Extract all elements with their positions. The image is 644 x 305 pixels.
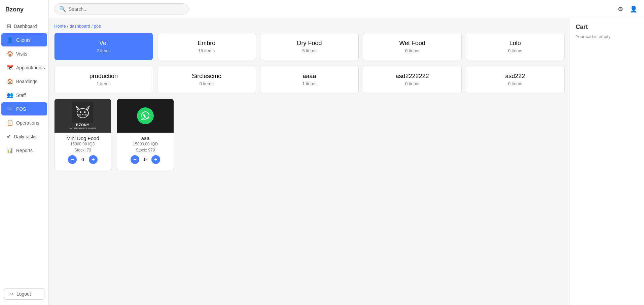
sidebar-item-operations[interactable]: 📋 Operations xyxy=(1,116,47,129)
main-area: 🔍 ⚙ 👤 Home / dashboard / pos Vet 2 item xyxy=(49,0,644,305)
user-icon-button[interactable]: 👤 xyxy=(629,4,639,14)
category-card-asd222[interactable]: asd222 0 items xyxy=(466,66,565,93)
category-card-embro[interactable]: Embro 15 items xyxy=(157,33,256,60)
sidebar-item-label: POS xyxy=(16,106,26,112)
category-items: 1 items xyxy=(61,81,146,86)
sidebar-item-boardings[interactable]: 🏠 Boardings xyxy=(1,75,47,88)
product-image-aaa xyxy=(117,99,174,133)
breadcrumb-dashboard[interactable]: dashboard xyxy=(70,24,90,29)
cart-empty-message: Your cart is empty xyxy=(576,34,639,39)
category-items: 1 items xyxy=(267,81,352,86)
daily-tasks-icon: ✔ xyxy=(7,133,11,140)
sidebar-item-staff[interactable]: 👥 Staff xyxy=(1,89,47,102)
qty-control: − 0 + xyxy=(120,155,170,167)
category-name: Embro xyxy=(164,40,249,47)
sidebar-item-daily-tasks[interactable]: ✔ Daily tasks xyxy=(1,130,47,143)
product-info-mini-dog-food: Mini Dog Food 15000.00 IQD Stock: 73 − 0… xyxy=(55,133,111,170)
product-price: 15000.00 IQD xyxy=(120,142,170,146)
category-grid-row1: Vet 2 items Embro 15 items Dry Food 5 it… xyxy=(54,33,565,60)
content-area: Home / dashboard / pos Vet 2 items Embro… xyxy=(49,18,644,305)
sidebar-item-label: Staff xyxy=(16,93,26,98)
sidebar-item-visits[interactable]: 🏠 Visits xyxy=(1,47,47,60)
appointments-icon: 📅 xyxy=(7,64,13,71)
sidebar-item-label: Operations xyxy=(16,120,39,126)
category-card-sirclescmc[interactable]: Sirclescmc 0 items xyxy=(157,66,256,93)
boardings-icon: 🏠 xyxy=(7,78,13,84)
category-card-aaaa[interactable]: aaaa 1 items xyxy=(260,66,359,93)
cart-title: Cart xyxy=(576,24,639,31)
category-name: Sirclescmc xyxy=(164,73,249,80)
search-box[interactable]: 🔍 xyxy=(54,3,189,14)
product-stock: Stock: 979 xyxy=(120,148,170,152)
category-card-production[interactable]: production 1 items xyxy=(54,66,153,93)
reports-icon: 📊 xyxy=(7,147,13,154)
product-stock: Stock: 73 xyxy=(58,148,108,152)
category-name: Dry Food xyxy=(267,40,352,47)
whatsapp-icon xyxy=(137,107,154,124)
product-price: 15000.00 IQD xyxy=(58,142,108,146)
dashboard-icon: ⊞ xyxy=(7,23,11,29)
logout-icon: ↪ xyxy=(10,291,14,297)
sidebar-item-label: Boardings xyxy=(16,79,37,84)
sidebar: Bzony ⊞ Dashboard 👤 Clients 🏠 Visits 📅 A… xyxy=(0,0,49,305)
topbar: 🔍 ⚙ 👤 xyxy=(49,0,644,18)
logout-section: ↪ Logout xyxy=(4,288,44,300)
sidebar-item-label: Dashboard xyxy=(14,24,37,29)
sidebar-item-clients[interactable]: 👤 Clients xyxy=(1,33,47,46)
category-items: 15 items xyxy=(164,48,249,53)
sidebar-item-reports[interactable]: 📊 Reports xyxy=(1,144,47,157)
category-name: asd222 xyxy=(473,73,558,80)
category-items: 2 items xyxy=(61,48,146,53)
category-items: 0 items xyxy=(473,48,558,53)
cart-panel: Cart Your cart is empty xyxy=(570,18,644,305)
sidebar-item-label: Reports xyxy=(16,148,33,153)
product-card-mini-dog-food: BZONY NO PRODUCT NAME Mini Dog Food 1500… xyxy=(54,99,111,170)
qty-value: 0 xyxy=(142,157,149,162)
sidebar-item-pos[interactable]: 🛒 POS xyxy=(1,102,47,115)
sidebar-item-label: Daily tasks xyxy=(14,134,37,139)
visits-icon: 🏠 xyxy=(7,50,13,57)
svg-point-5 xyxy=(84,111,86,113)
breadcrumb: Home / dashboard / pos xyxy=(54,24,565,29)
breadcrumb-sep1: / xyxy=(67,24,69,29)
category-items: 0 items xyxy=(164,81,249,86)
sidebar-item-dashboard[interactable]: ⊞ Dashboard xyxy=(1,20,47,33)
search-input[interactable] xyxy=(69,6,184,12)
products-grid: BZONY NO PRODUCT NAME Mini Dog Food 1500… xyxy=(54,99,565,170)
category-name: Wet Food xyxy=(370,40,455,47)
qty-control: − 0 + xyxy=(58,155,108,167)
sidebar-item-label: Visits xyxy=(16,51,27,57)
sidebar-item-label: Clients xyxy=(16,37,31,43)
category-items: 0 items xyxy=(473,81,558,86)
qty-decrease-button[interactable]: − xyxy=(131,155,139,164)
category-grid-row2: production 1 items Sirclescmc 0 items aa… xyxy=(54,66,565,93)
category-card-lolo[interactable]: Lolo 0 items xyxy=(466,33,565,60)
bzony-text: BZONY xyxy=(76,123,90,127)
pos-icon: 🛒 xyxy=(7,106,13,112)
category-name: asd2222222 xyxy=(370,73,455,80)
category-items: 0 items xyxy=(370,81,455,86)
content-main: Home / dashboard / pos Vet 2 items Embro… xyxy=(49,18,570,305)
qty-increase-button[interactable]: + xyxy=(89,155,98,164)
qty-increase-button[interactable]: + xyxy=(151,155,160,164)
breadcrumb-pos: pos xyxy=(94,24,101,29)
product-info-aaa: aaa 15000.00 IQD Stock: 979 − 0 + xyxy=(117,133,174,170)
product-image-mini-dog-food: BZONY NO PRODUCT NAME xyxy=(55,99,111,133)
search-icon: 🔍 xyxy=(59,6,66,12)
breadcrumb-sep2: / xyxy=(92,24,94,29)
cat-svg xyxy=(69,102,96,123)
category-card-asd2222222[interactable]: asd2222222 0 items xyxy=(363,66,462,93)
category-card-dry-food[interactable]: Dry Food 5 items xyxy=(260,33,359,60)
category-card-wet-food[interactable]: Wet Food 0 items xyxy=(363,33,462,60)
category-card-vet[interactable]: Vet 2 items xyxy=(54,33,153,60)
settings-icon-button[interactable]: ⚙ xyxy=(616,4,624,14)
category-name: production xyxy=(61,73,146,80)
qty-decrease-button[interactable]: − xyxy=(68,155,77,164)
logout-button[interactable]: ↪ Logout xyxy=(4,288,44,300)
sidebar-item-appointments[interactable]: 📅 Appointments xyxy=(1,61,47,74)
svg-rect-0 xyxy=(72,102,93,123)
sidebar-item-label: Appointments xyxy=(16,65,45,70)
bzony-logo-image: BZONY NO PRODUCT NAME xyxy=(55,99,111,133)
breadcrumb-home[interactable]: Home xyxy=(54,24,66,29)
app-logo: Bzony xyxy=(0,0,48,19)
